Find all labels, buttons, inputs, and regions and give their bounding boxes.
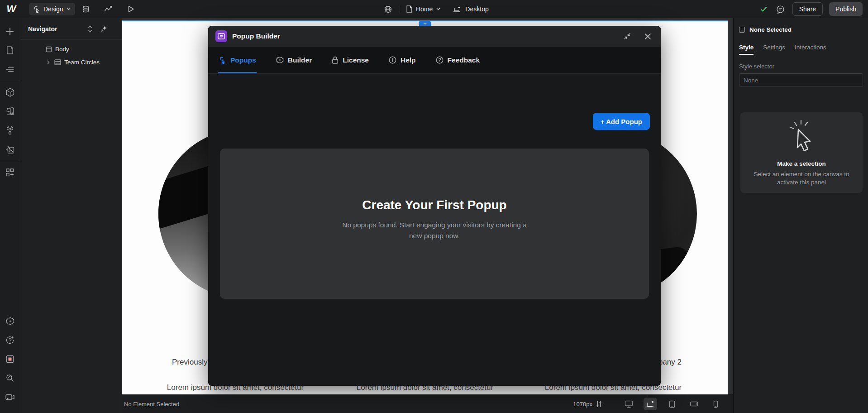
analytics-icon[interactable] — [100, 3, 116, 15]
make-selection-card: Make a selection Select an element on th… — [740, 112, 863, 193]
preview-play-icon[interactable] — [123, 3, 138, 15]
body-element-icon — [46, 46, 52, 53]
top-toolbar: W Design — [0, 0, 868, 18]
tablet-icon[interactable] — [665, 398, 679, 410]
cms-database-icon[interactable] — [78, 3, 93, 15]
phone-portrait-icon[interactable] — [709, 398, 722, 410]
tab-builder[interactable]: Builder — [276, 47, 312, 73]
saved-check-icon — [759, 3, 769, 15]
info-icon — [389, 56, 396, 64]
tab-label: Builder — [288, 56, 312, 64]
canvas-width-control[interactable]: 1070px — [573, 401, 602, 408]
audit-record-icon[interactable] — [4, 353, 16, 365]
selection-status: No Element Selected — [124, 401, 179, 408]
panel-tabs: Style Settings Interactions — [734, 39, 868, 55]
canvas-width-value: 1070px — [573, 401, 592, 408]
page-name: Home — [416, 5, 433, 13]
sliders-icon[interactable] — [596, 401, 602, 408]
add-plus-icon[interactable] — [4, 25, 16, 37]
section-element-icon — [54, 59, 61, 65]
empty-state-title: Create Your First Popup — [362, 198, 506, 212]
navigator-lines-icon[interactable] — [4, 63, 16, 75]
chevron-down-icon — [436, 8, 440, 10]
cursor-click-icon — [783, 118, 820, 158]
modal-title: Popup Builder — [232, 32, 613, 40]
style-panel: None Selected Style Settings Interaction… — [733, 18, 868, 413]
breakpoint-selector[interactable]: Desktop — [453, 5, 488, 13]
styles-swatch-icon[interactable] — [4, 106, 16, 117]
phone-landscape-icon[interactable] — [687, 398, 701, 410]
make-selection-title: Make a selection — [777, 160, 825, 167]
components-cube-icon[interactable] — [4, 86, 16, 98]
tab-label: Popups — [230, 56, 256, 64]
selected-element-row: None Selected — [734, 18, 868, 39]
modal-body: + Add Popup Create Your First Popup No p… — [208, 74, 661, 386]
popup-builder-modal: Popup Builder Popups Builder — [208, 26, 661, 386]
style-selector-label: Style selector — [734, 55, 868, 73]
close-icon[interactable] — [642, 30, 653, 42]
make-selection-description: Select an element on the canvas to activ… — [749, 170, 854, 187]
tab-label: License — [343, 56, 369, 64]
element-checkbox-icon — [739, 27, 745, 33]
lock-icon — [332, 56, 339, 64]
page-selector[interactable]: Home — [406, 5, 440, 13]
left-toolbar — [0, 18, 20, 413]
unfold-icon[interactable] — [85, 24, 95, 34]
globe-icon[interactable] — [382, 3, 393, 15]
chevron-down-icon — [67, 8, 71, 10]
tab-popups[interactable]: Popups — [219, 47, 256, 73]
laptop-star-icon[interactable] — [644, 398, 657, 410]
style-selector-input[interactable] — [739, 73, 863, 87]
popup-builder-app-icon — [215, 30, 227, 42]
comments-icon[interactable] — [775, 3, 786, 15]
tab-label: Help — [401, 56, 416, 64]
laptop-star-icon — [453, 6, 462, 13]
gear-icon — [276, 56, 284, 64]
modal-header: Popup Builder — [208, 26, 661, 47]
settings-gear-icon[interactable] — [4, 315, 16, 327]
chevron-right-icon[interactable] — [47, 60, 51, 65]
tab-style[interactable]: Style — [739, 39, 754, 55]
design-mode-menu[interactable]: Design — [29, 3, 75, 15]
empty-state-card: Create Your First Popup No popups found.… — [220, 149, 649, 299]
modal-tab-bar: Popups Builder License — [208, 47, 661, 74]
empty-state-description: No popups found. Start engaging your vis… — [335, 220, 534, 241]
tree-item-label: Team Circles — [64, 59, 100, 66]
status-bar: No Element Selected 1070px — [122, 394, 733, 413]
assets-image-icon[interactable] — [4, 144, 16, 155]
publish-button[interactable]: Publish — [829, 2, 863, 16]
tab-settings[interactable]: Settings — [763, 39, 785, 55]
toolbar-divider — [400, 5, 400, 14]
tree-item-label: Body — [55, 46, 69, 53]
variables-droplets-icon[interactable] — [4, 125, 16, 136]
video-camera-icon[interactable] — [4, 391, 16, 403]
search-icon[interactable] — [4, 372, 16, 384]
navigator-panel: Navigator Body Team Circles — [20, 18, 122, 413]
tab-feedback[interactable]: Feedback — [436, 47, 480, 73]
selected-element-label: None Selected — [749, 26, 792, 33]
tab-help[interactable]: Help — [389, 47, 416, 73]
help-sparkle-icon[interactable] — [4, 334, 16, 346]
tab-interactions[interactable]: Interactions — [795, 39, 826, 55]
tab-license[interactable]: License — [332, 47, 369, 73]
tree-item-team-circles[interactable]: Team Circles — [20, 56, 122, 69]
design-mode-label: Design — [43, 5, 63, 13]
breakpoint-name: Desktop — [465, 5, 488, 13]
tree-item-body[interactable]: Body — [20, 43, 122, 56]
collapse-icon[interactable] — [621, 30, 633, 42]
pages-icon[interactable] — [4, 44, 16, 56]
apps-grid-icon[interactable] — [4, 167, 16, 178]
webflow-logo-icon[interactable]: W — [4, 3, 19, 15]
page-icon — [406, 5, 412, 13]
pin-icon[interactable] — [99, 24, 109, 34]
add-popup-button[interactable]: + Add Popup — [593, 113, 650, 130]
share-button[interactable]: Share — [792, 2, 823, 16]
question-icon — [436, 56, 444, 64]
cursor-icon — [33, 6, 40, 13]
navigator-title: Navigator — [28, 25, 81, 33]
desktop-icon[interactable] — [622, 398, 635, 410]
cursor-icon — [219, 57, 226, 64]
team-card-title-1[interactable]: Previously — [172, 358, 207, 367]
tab-label: Feedback — [448, 56, 480, 64]
